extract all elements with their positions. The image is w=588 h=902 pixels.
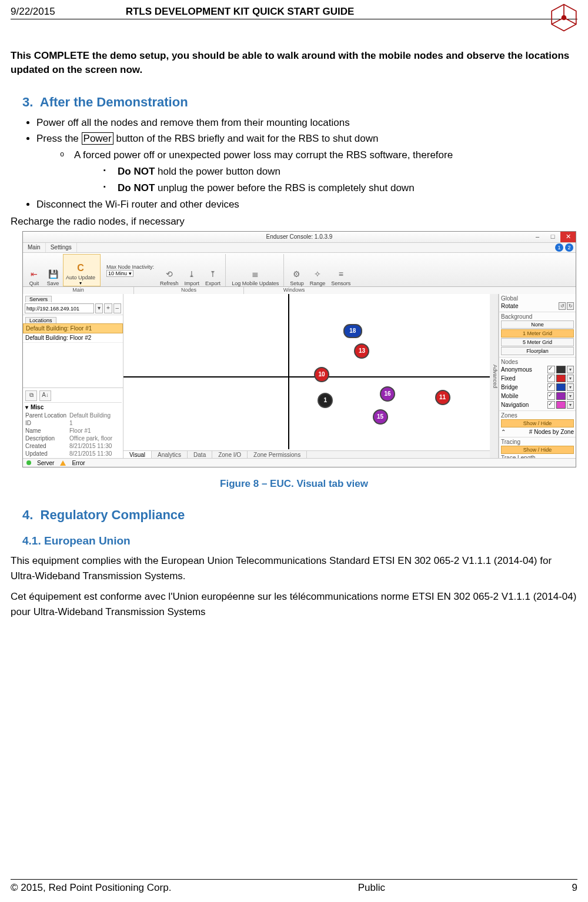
- fixed-color[interactable]: [556, 375, 566, 382]
- zones-label: Zones: [501, 412, 574, 419]
- footer: © 2015, Red Point Positioning Corp. Publ…: [11, 879, 577, 894]
- canvas-tabs: Visual Analytics Data Zone I/O Zone Perm…: [123, 450, 490, 459]
- anon-color[interactable]: [556, 366, 566, 373]
- window-titlebar: Enduser Console: 1.0.3.9 – □ ✕: [23, 232, 576, 243]
- power-button-label: Power: [82, 132, 113, 145]
- sub-donot-hold: Do NOT hold the power button down: [103, 165, 577, 179]
- maximize-button[interactable]: □: [545, 232, 560, 242]
- server-dropdown[interactable]: ▾: [95, 303, 103, 313]
- footer-left: © 2015, Red Point Positioning Corp.: [11, 882, 171, 894]
- node-16[interactable]: 16: [380, 386, 395, 402]
- misc-sort-icon[interactable]: ⧉: [25, 390, 37, 401]
- tracing-showhide-button[interactable]: Show / Hide: [501, 446, 574, 454]
- save-button[interactable]: 💾Save: [44, 254, 62, 286]
- help-badge-1[interactable]: 1: [555, 243, 563, 252]
- sub-donot-unplug: Do NOT unplug the power before the RBS i…: [103, 181, 577, 195]
- remove-server-button[interactable]: –: [113, 303, 121, 313]
- background-label: Background: [501, 313, 574, 320]
- figure-caption: Figure 8 – EUC. Visual tab view: [11, 478, 577, 490]
- svg-line-4: [552, 18, 564, 24]
- bridge-checkbox[interactable]: [547, 383, 555, 391]
- anon-checkbox[interactable]: [547, 366, 555, 373]
- quit-button[interactable]: ⇤Quit: [25, 254, 43, 286]
- bg-1m-button[interactable]: 1 Meter Grid: [501, 329, 574, 338]
- node-11[interactable]: 11: [435, 390, 450, 405]
- rotate-left-button[interactable]: ↺: [559, 302, 566, 310]
- menu-tabs: Main Settings: [23, 243, 576, 253]
- import-button[interactable]: ⤓Import: [182, 254, 202, 286]
- node-15[interactable]: 15: [373, 409, 388, 425]
- bg-5m-button[interactable]: 5 Meter Grid: [501, 338, 574, 346]
- node-13[interactable]: 13: [354, 343, 369, 359]
- sec3-bullets: Power off all the nodes and remove them …: [26, 116, 577, 212]
- minimize-button[interactable]: –: [530, 232, 545, 242]
- sub-forced-power: A forced power off or unexpected power l…: [60, 148, 577, 195]
- header-date: 9/22/2015: [11, 6, 55, 18]
- footer-center: Public: [358, 882, 385, 894]
- tab-settings[interactable]: Settings: [46, 243, 77, 252]
- log-mobile-button[interactable]: ≣Log Mobile Updates: [229, 254, 284, 286]
- sensors-button[interactable]: ≡Sensors: [329, 254, 353, 286]
- doc-header: 9/22/2015 RTLS DEVELOPMENT KIT QUICK STA…: [11, 6, 577, 19]
- global-label: Global: [501, 295, 574, 302]
- misc-az-icon[interactable]: A↓: [39, 390, 51, 401]
- export-button[interactable]: ⤒Export: [203, 254, 226, 286]
- floor-2-item[interactable]: Default Building: Floor #2: [23, 333, 123, 343]
- setup-button[interactable]: ⚙Setup: [288, 254, 306, 286]
- window-title: Enduser Console: 1.0.3.9: [266, 233, 333, 240]
- nodes-by-zone[interactable]: # Nodes by Zone: [529, 429, 574, 435]
- add-server-button[interactable]: +: [104, 303, 112, 313]
- ribbon: ⇤Quit 💾Save C Auto Update ▾ Max Node Ina…: [23, 253, 576, 287]
- nav-color[interactable]: [556, 401, 566, 409]
- misc-panel: ⧉ A↓ ▾ Misc Parent LocationDefault Build…: [23, 387, 123, 459]
- locations-tab[interactable]: Locations: [25, 317, 56, 323]
- bg-none-button[interactable]: None: [501, 320, 574, 329]
- compliance-fr: Cet équipement est conforme avec l'Union…: [11, 589, 577, 619]
- footer-right: 9: [572, 882, 577, 894]
- zones-showhide-button[interactable]: Show / Hide: [501, 419, 574, 427]
- recharge-line: Recharge the radio nodes, if necessary: [11, 216, 577, 228]
- advanced-strip[interactable]: Advanced: [490, 294, 499, 459]
- bullet-disconnect-wifi: Disconnect the Wi-Fi router and other de…: [36, 198, 577, 212]
- canvas-area[interactable]: 18 13 10 16 11 15 1 Visual Analytics Dat…: [123, 294, 490, 459]
- server-url-input[interactable]: [25, 303, 94, 313]
- rotate-right-button[interactable]: ↻: [567, 302, 574, 310]
- mobile-color[interactable]: [556, 392, 566, 400]
- node-18[interactable]: 18: [343, 324, 362, 338]
- logo-icon: [549, 2, 579, 36]
- node-10[interactable]: 10: [314, 367, 329, 382]
- server-status-label: Server: [37, 460, 54, 466]
- servers-tab[interactable]: Servers: [25, 296, 52, 302]
- range-button[interactable]: ✧Range: [308, 254, 328, 286]
- auto-update-button[interactable]: C Auto Update ▾: [63, 254, 101, 286]
- section-4-heading: 4. Regulatory Compliance: [22, 507, 577, 523]
- fixed-checkbox[interactable]: [547, 375, 555, 382]
- intro-paragraph: This COMPLETE the demo setup, you should…: [11, 49, 577, 77]
- node-1[interactable]: 1: [318, 393, 333, 408]
- nodes-label: Nodes: [501, 359, 574, 365]
- bridge-color[interactable]: [556, 383, 566, 391]
- floor-1-item[interactable]: Default Building: Floor #1: [23, 323, 123, 333]
- tab-main[interactable]: Main: [23, 243, 46, 252]
- rotate-label: Rotate: [501, 303, 518, 309]
- svg-line-3: [564, 18, 576, 24]
- inactivity-dropdown[interactable]: 10 Minu▾: [106, 270, 133, 277]
- mobile-checkbox[interactable]: [547, 392, 555, 400]
- error-status-icon: [60, 460, 66, 466]
- help-badge-2[interactable]: 2: [565, 243, 573, 252]
- max-node-label: Max Node Inactivity: 10 Minu▾: [104, 254, 156, 286]
- error-status-label: Error: [72, 460, 85, 466]
- page: 9/22/2015 RTLS DEVELOPMENT KIT QUICK STA…: [0, 0, 588, 902]
- nav-checkbox[interactable]: [547, 401, 555, 409]
- refresh-button[interactable]: ⟲Refresh: [158, 254, 181, 286]
- left-pane: Servers ▾ + – Locations Default Building…: [23, 294, 123, 459]
- misc-header: ▾ Misc: [24, 403, 122, 412]
- bullet-press-power: Press the Power button of the RBS briefl…: [36, 132, 577, 195]
- compliance-en: This equipment complies with the Europea…: [11, 553, 577, 583]
- status-bar: Server Error: [23, 458, 576, 467]
- euc-screenshot: Enduser Console: 1.0.3.9 – □ ✕ Main Sett…: [22, 231, 576, 467]
- close-button[interactable]: ✕: [560, 232, 576, 242]
- bg-floorplan-button[interactable]: Floorplan: [501, 347, 574, 355]
- right-pane: Global Rotate ↺ ↻ Background None 1 Mete…: [499, 294, 576, 459]
- server-status-icon: [26, 460, 31, 465]
